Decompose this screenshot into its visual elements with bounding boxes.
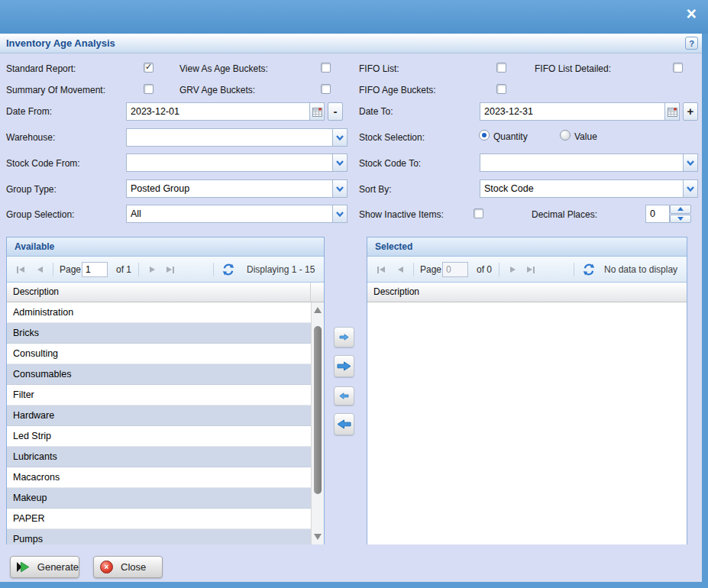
- list-item[interactable]: Pumps: [7, 529, 311, 544]
- group-selection-dropdown-trigger[interactable]: [332, 205, 347, 222]
- standard-report-label: Standard Report:: [6, 63, 76, 74]
- stock-code-from-dropdown-trigger[interactable]: [332, 154, 347, 171]
- move-all-left-button[interactable]: [334, 413, 354, 435]
- decimal-places-field[interactable]: [645, 205, 670, 223]
- generate-button[interactable]: Generate: [10, 556, 79, 578]
- sort-by-dropdown-trigger[interactable]: [683, 180, 697, 197]
- date-from-input[interactable]: [127, 103, 309, 120]
- available-column-header[interactable]: Description: [7, 283, 324, 302]
- chevron-down-icon: [336, 135, 344, 141]
- available-panel-title: Available: [7, 237, 324, 257]
- move-left-button[interactable]: [334, 386, 354, 405]
- close-button[interactable]: × Close: [93, 556, 163, 578]
- arrow-right-icon: [337, 361, 351, 371]
- selected-panel: Selected Page of 0 No data to display: [367, 237, 687, 544]
- stock-code-to-combo[interactable]: [480, 153, 698, 172]
- stock-selection-label: Stock Selection:: [359, 132, 425, 143]
- scroll-up-icon[interactable]: [314, 307, 322, 313]
- date-to-plus-button[interactable]: +: [683, 102, 698, 121]
- next-page-button[interactable]: [505, 262, 520, 277]
- window-close-icon[interactable]: ×: [687, 4, 697, 24]
- close-button-label: Close: [121, 561, 146, 573]
- grv-age-buckets-checkbox[interactable]: [321, 84, 331, 94]
- page-number-input[interactable]: [82, 262, 108, 277]
- show-inactive-items-checkbox[interactable]: [474, 208, 483, 218]
- help-button[interactable]: ?: [685, 37, 698, 50]
- decimal-places-spinner: [670, 205, 691, 223]
- window-titlebar: ×: [0, 0, 708, 34]
- list-item[interactable]: Led Strip: [7, 426, 311, 447]
- stock-selection-quantity-radio[interactable]: [479, 130, 490, 141]
- arrow-right-icon: [339, 334, 349, 341]
- stock-code-to-value: [480, 154, 683, 171]
- move-all-right-button[interactable]: [334, 355, 354, 377]
- list-item[interactable]: Filter: [7, 385, 311, 405]
- fifo-age-buckets-label: FIFO Age Buckets:: [359, 85, 436, 95]
- refresh-button[interactable]: [581, 262, 596, 277]
- page-label: Page: [420, 262, 441, 277]
- list-item[interactable]: Hardware: [7, 405, 311, 426]
- fifo-list-checkbox[interactable]: [496, 63, 506, 73]
- group-type-dropdown-trigger[interactable]: [332, 180, 347, 197]
- stock-code-from-combo[interactable]: [126, 153, 348, 172]
- page-number-input[interactable]: [442, 262, 468, 277]
- list-item[interactable]: Bricks: [7, 323, 311, 344]
- standard-report-checkbox[interactable]: [144, 63, 154, 73]
- next-page-icon: [510, 267, 516, 273]
- next-page-icon: [150, 267, 155, 273]
- spinner-up-button[interactable]: [670, 205, 691, 214]
- prev-page-icon: [37, 267, 43, 273]
- warehouse-combo[interactable]: [126, 128, 348, 147]
- scrollbar-thumb[interactable]: [314, 326, 322, 494]
- fifo-age-buckets-checkbox[interactable]: [496, 84, 506, 94]
- stock-selection-value-radio[interactable]: [560, 130, 571, 141]
- group-selection-combo[interactable]: All: [126, 205, 348, 223]
- vertical-scrollbar[interactable]: [311, 302, 324, 544]
- page-label: Page: [60, 262, 81, 277]
- last-page-button[interactable]: [163, 262, 178, 277]
- list-item[interactable]: Lubricants: [7, 447, 311, 467]
- first-page-button[interactable]: [373, 262, 389, 277]
- toolbar-separator: [574, 263, 574, 276]
- last-page-button[interactable]: [523, 262, 538, 277]
- decimal-places-input[interactable]: [646, 205, 669, 222]
- date-from-minus-button[interactable]: -: [328, 102, 343, 121]
- fifo-list-detailed-checkbox[interactable]: [673, 63, 683, 73]
- list-item[interactable]: Makeup: [7, 488, 311, 509]
- list-item[interactable]: PAPER: [7, 509, 311, 529]
- view-as-age-buckets-checkbox[interactable]: [321, 63, 331, 73]
- date-from-calendar-trigger[interactable]: [309, 103, 324, 120]
- selected-column-header[interactable]: Description: [367, 283, 687, 302]
- last-page-icon: [527, 267, 532, 273]
- group-type-combo[interactable]: Posted Group: [126, 179, 348, 198]
- show-inactive-items-label: Show Inactive Items:: [359, 209, 444, 220]
- move-right-button[interactable]: [334, 327, 354, 347]
- prev-page-button[interactable]: [32, 262, 47, 277]
- date-to-input[interactable]: [480, 103, 664, 120]
- list-item[interactable]: Consulting: [7, 344, 311, 364]
- warehouse-value: [127, 129, 332, 146]
- first-page-button[interactable]: [13, 262, 28, 277]
- list-item[interactable]: Consumables: [7, 364, 311, 385]
- stock-code-to-dropdown-trigger[interactable]: [683, 154, 697, 171]
- spinner-down-button[interactable]: [670, 215, 691, 224]
- refresh-button[interactable]: [221, 262, 236, 277]
- sort-by-combo[interactable]: Stock Code: [480, 179, 698, 198]
- scroll-down-icon[interactable]: [314, 534, 322, 540]
- date-to-calendar-trigger[interactable]: [664, 103, 679, 120]
- calendar-icon: [668, 107, 677, 117]
- list-item[interactable]: Administration: [7, 302, 311, 323]
- date-from-field[interactable]: [126, 102, 325, 121]
- prev-page-button[interactable]: [393, 262, 408, 277]
- date-to-field[interactable]: [480, 102, 680, 121]
- grv-age-buckets-label: GRV Age Buckets:: [179, 85, 255, 95]
- close-x-icon: ×: [100, 561, 113, 573]
- available-panel: Available Page of 1 Displaying 1 - 15: [6, 237, 325, 544]
- summary-of-movement-checkbox[interactable]: [144, 84, 154, 94]
- next-page-button[interactable]: [144, 262, 160, 277]
- list-item[interactable]: Macacrons: [7, 467, 311, 488]
- group-type-value: Posted Group: [127, 180, 332, 197]
- description-column-label: Description: [13, 286, 59, 297]
- warehouse-dropdown-trigger[interactable]: [332, 129, 347, 146]
- arrow-left-icon: [337, 419, 351, 429]
